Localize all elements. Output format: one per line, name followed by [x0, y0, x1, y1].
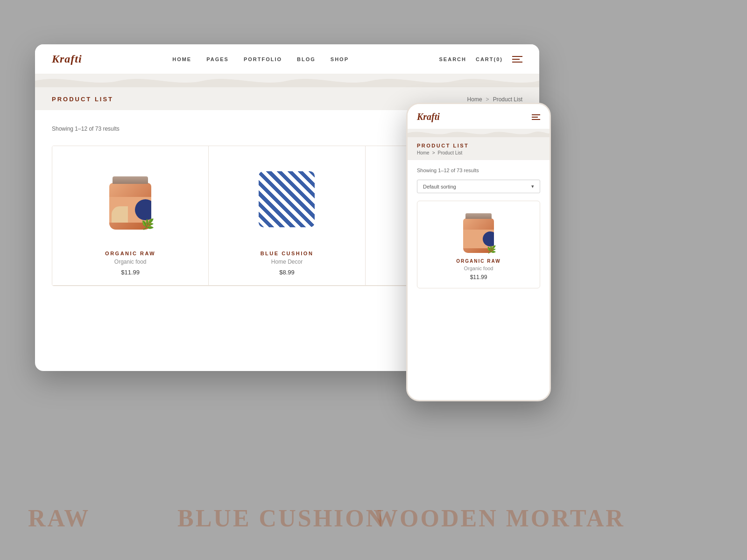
mobile-nav: Krafti — [408, 104, 550, 129]
desktop-breadcrumb: Home > Product List — [467, 96, 522, 103]
desktop-logo: Krafti — [52, 53, 82, 65]
wave-divider — [35, 74, 539, 87]
product-price-0: $11.99 — [62, 269, 199, 276]
nav-cart[interactable]: CART(0) — [476, 56, 503, 62]
nav-shop[interactable]: SHOP — [331, 56, 349, 62]
product-price-1: $8.99 — [218, 269, 355, 276]
nav-pages[interactable]: PAGES — [206, 56, 229, 62]
mobile-product-price: $11.99 — [425, 274, 532, 280]
product-image-jar: 🌿 — [62, 157, 199, 241]
mobile-mockup: Krafti PRODUCT LIST Home > Product List … — [406, 103, 551, 401]
cushion-illustration — [259, 171, 315, 227]
mobile-wave-divider — [408, 129, 550, 137]
desktop-page-title: PRODUCT LIST — [52, 96, 113, 103]
mobile-page-title: PRODUCT LIST — [417, 143, 540, 148]
nav-search[interactable]: SEARCH — [439, 56, 466, 62]
nav-blog[interactable]: BLOG — [297, 56, 316, 62]
mobile-breadcrumb-home[interactable]: Home — [417, 150, 430, 155]
mobile-content: Showing 1–12 of 73 results Default sorti… — [408, 160, 550, 395]
mobile-breadcrumb-sep: > — [432, 150, 435, 155]
bg-label-raw: RAW — [28, 504, 90, 532]
desktop-nav-right: SEARCH CART(0) — [439, 56, 522, 63]
mobile-logo: Krafti — [417, 112, 440, 122]
bg-label-cushion: BLUE CUSHION — [177, 504, 385, 532]
mobile-sort-dropdown[interactable]: Default sorting ▾ — [417, 180, 540, 193]
nav-portfolio[interactable]: PORTFOLIO — [244, 56, 282, 62]
mobile-hamburger-menu[interactable] — [532, 114, 540, 120]
desktop-nav-links: HOME PAGES PORTFOLIO BLOG SHOP — [172, 56, 349, 62]
product-image-cushion — [218, 157, 355, 241]
product-card-jar[interactable]: 🌿 ORGANIC RAW Organic food $11.99 — [52, 146, 209, 286]
product-category-0: Organic food — [62, 259, 199, 265]
product-name-0: ORGANIC RAW — [62, 251, 199, 256]
jar-illustration: 🌿 — [105, 169, 156, 230]
mobile-product-name: ORGANIC RAW — [425, 259, 532, 264]
breadcrumb-current: Product List — [493, 96, 522, 103]
mobile-page-header: PRODUCT LIST Home > Product List — [408, 137, 550, 160]
breadcrumb-separator: > — [486, 96, 489, 103]
hamburger-menu[interactable] — [512, 56, 522, 63]
product-name-1: BLUE CUSHION — [218, 251, 355, 256]
mobile-breadcrumb-current: Product List — [438, 150, 463, 155]
mobile-product-card[interactable]: 🌿 ORGANIC RAW Organic food $11.99 — [417, 201, 540, 288]
mobile-jar-illustration: 🌿 — [460, 209, 497, 253]
product-card-cushion[interactable]: BLUE CUSHION Home Decor $8.99 — [209, 146, 365, 286]
product-category-1: Home Decor — [218, 259, 355, 265]
nav-home[interactable]: HOME — [172, 56, 191, 62]
mobile-sort-arrow-icon: ▾ — [531, 183, 534, 189]
breadcrumb-home[interactable]: Home — [467, 96, 482, 103]
desktop-nav: Krafti HOME PAGES PORTFOLIO BLOG SHOP SE… — [35, 44, 539, 74]
mobile-product-category: Organic food — [425, 266, 532, 271]
mobile-breadcrumb: Home > Product List — [417, 150, 540, 155]
mobile-showing-text: Showing 1–12 of 73 results — [417, 168, 540, 173]
bg-label-mortar: WOODEN MORTAR — [374, 504, 625, 532]
showing-results-text: Showing 1–12 of 73 results — [52, 126, 120, 132]
